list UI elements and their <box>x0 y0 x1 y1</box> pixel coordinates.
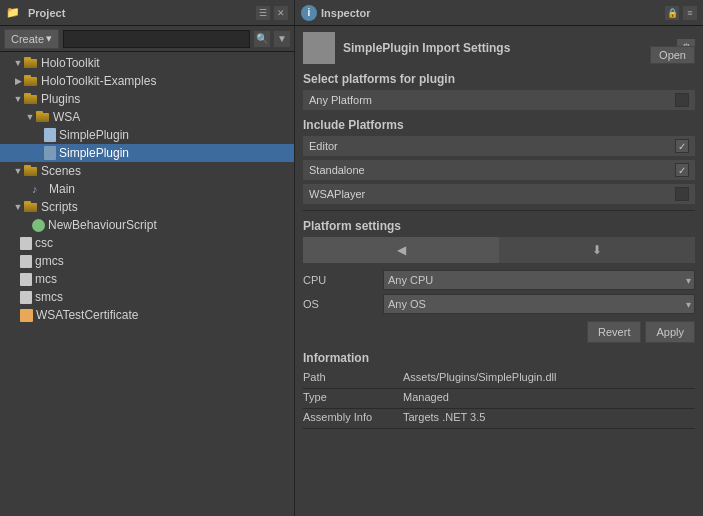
inspector-content: SimplePlugin Import Settings ⚙ Open Sele… <box>295 26 703 516</box>
section-label-platform-settings: Platform settings <box>303 219 695 233</box>
section-information: Information Path Assets/Plugins/SimplePl… <box>303 351 695 429</box>
os-select[interactable]: Any OS Linux OSX Windows <box>383 294 695 314</box>
action-buttons: Revert Apply <box>303 321 695 343</box>
tree-item-scenes[interactable]: ▼ Scenes <box>0 162 294 180</box>
setting-row-cpu: CPU Any CPU x86 x64 ARM <box>303 269 695 291</box>
os-select-wrapper: Any OS Linux OSX Windows <box>383 294 695 314</box>
tree-item-holotoolkit[interactable]: ▼ HoloToolkit <box>0 54 294 72</box>
tree-item-label: HoloToolkit-Examples <box>41 74 156 88</box>
tree-item-label: gmcs <box>35 254 64 268</box>
tree-item-wsa[interactable]: ▼ WSA <box>0 108 294 126</box>
platform-checkbox-editor[interactable] <box>675 139 689 153</box>
asset-icon <box>303 32 335 64</box>
platform-checkbox-wsaplayer[interactable] <box>675 187 689 201</box>
panel-menu-btn[interactable]: ☰ <box>256 6 270 20</box>
tree-item-simpleplugin-file[interactable]: SimplePlugin <box>0 126 294 144</box>
platform-row-standalone: Standalone <box>303 160 695 180</box>
platform-tab-download[interactable]: ⬇ <box>499 237 695 263</box>
revert-button[interactable]: Revert <box>587 321 641 343</box>
tree-item-smcs[interactable]: smcs <box>0 288 294 306</box>
tree-item-scripts[interactable]: ▼ Scripts <box>0 198 294 216</box>
os-label: OS <box>303 298 383 310</box>
back-icon: ◀ <box>397 243 406 257</box>
project-toolbar: Create ▾ 🔍 ▼ <box>0 26 294 52</box>
tree-item-label: csc <box>35 236 53 250</box>
inspector-title: Inspector <box>321 7 371 19</box>
inspector-icon: i <box>301 5 317 21</box>
inspector-panel: i Inspector 🔒 ≡ SimplePlugin Import Sett… <box>295 0 703 516</box>
inspector-header: i Inspector 🔒 ≡ <box>295 0 703 26</box>
filter-icon-btn[interactable]: ▼ <box>274 31 290 47</box>
panel-close-btn[interactable]: ✕ <box>274 6 288 20</box>
folder-icon-small: 📁 <box>6 6 20 19</box>
platform-tabs: ◀ ⬇ <box>303 237 695 263</box>
tree-item-label: Scenes <box>41 164 81 178</box>
info-val-type: Managed <box>403 391 695 403</box>
tree-item-label: NewBehaviourScript <box>48 218 157 232</box>
setting-row-os: OS Any OS Linux OSX Windows <box>303 293 695 315</box>
tree-item-label: smcs <box>35 290 63 304</box>
tree-item-label: WSA <box>53 110 80 124</box>
info-key-type: Type <box>303 391 403 403</box>
tree-item-label: SimplePlugin <box>59 146 129 160</box>
platform-label-wsaplayer: WSAPlayer <box>309 188 675 200</box>
create-button[interactable]: Create ▾ <box>4 29 59 49</box>
section-label-include-platforms: Include Platforms <box>303 118 695 132</box>
section-label-information: Information <box>303 351 695 365</box>
tree-item-wsacert[interactable]: WSATestCertificate <box>0 306 294 324</box>
cpu-select[interactable]: Any CPU x86 x64 ARM <box>383 270 695 290</box>
section-select-platforms: Select platforms for plugin Any Platform <box>303 72 695 110</box>
section-include-platforms: Include Platforms Editor Standalone WSAP… <box>303 118 695 204</box>
create-label: Create <box>11 33 44 45</box>
open-button[interactable]: Open <box>650 46 695 64</box>
search-input[interactable] <box>63 30 250 48</box>
tree-item-mcs[interactable]: mcs <box>0 270 294 288</box>
tree-item-main[interactable]: ♪ Main <box>0 180 294 198</box>
inspector-lock-btn[interactable]: 🔒 <box>665 6 679 20</box>
info-key-path: Path <box>303 371 403 383</box>
panel-controls: ☰ ✕ <box>256 6 288 20</box>
any-platform-checkbox[interactable] <box>675 93 689 107</box>
info-val-assembly: Targets .NET 3.5 <box>403 411 695 423</box>
platform-row-wsaplayer: WSAPlayer <box>303 184 695 204</box>
info-key-assembly: Assembly Info <box>303 411 403 423</box>
tree-arrow: ▶ <box>12 76 24 86</box>
info-val-path: Assets/Plugins/SimplePlugin.dll <box>403 371 695 383</box>
tree-item-simpleplugin-selected[interactable]: SimplePlugin <box>0 144 294 162</box>
platform-tab-back[interactable]: ◀ <box>303 237 499 263</box>
section-platform-settings: Platform settings ◀ ⬇ CPU Any CPU <box>303 219 695 315</box>
apply-button[interactable]: Apply <box>645 321 695 343</box>
download-icon: ⬇ <box>592 243 602 257</box>
tree-item-label: mcs <box>35 272 57 286</box>
platform-label-editor: Editor <box>309 140 675 152</box>
inspector-controls: 🔒 ≡ <box>665 6 697 20</box>
section-label-select-platforms: Select platforms for plugin <box>303 72 695 86</box>
cpu-select-wrapper: Any CPU x86 x64 ARM <box>383 270 695 290</box>
project-panel-header: 📁 Project ☰ ✕ <box>0 0 294 26</box>
tree-arrow: ▼ <box>12 202 24 212</box>
asset-header: SimplePlugin Import Settings ⚙ Open <box>303 32 695 64</box>
tree-item-gmcs[interactable]: gmcs <box>0 252 294 270</box>
inspector-menu-btn[interactable]: ≡ <box>683 6 697 20</box>
info-row-path: Path Assets/Plugins/SimplePlugin.dll <box>303 369 695 389</box>
platform-label-standalone: Standalone <box>309 164 675 176</box>
divider-1 <box>303 210 695 211</box>
platform-row-editor: Editor <box>303 136 695 156</box>
tree-item-label: Main <box>49 182 75 196</box>
tree-item-label: WSATestCertificate <box>36 308 138 322</box>
tree-item-csc[interactable]: csc <box>0 234 294 252</box>
tree-item-label: Plugins <box>41 92 80 106</box>
any-platform-row: Any Platform <box>303 90 695 110</box>
create-arrow: ▾ <box>46 32 52 45</box>
platform-checkbox-standalone[interactable] <box>675 163 689 177</box>
project-panel-title: Project <box>28 7 65 19</box>
tree-arrow: ▼ <box>12 94 24 104</box>
info-row-assembly: Assembly Info Targets .NET 3.5 <box>303 409 695 429</box>
tree-arrow: ▼ <box>12 58 24 68</box>
tree-arrow: ▼ <box>12 166 24 176</box>
tree-item-newbehaviour[interactable]: NewBehaviourScript <box>0 216 294 234</box>
asset-title: SimplePlugin Import Settings <box>343 41 673 55</box>
search-icon-btn[interactable]: 🔍 <box>254 31 270 47</box>
tree-item-holotoolkit-examples[interactable]: ▶ HoloToolkit-Examples <box>0 72 294 90</box>
tree-item-plugins[interactable]: ▼ Plugins <box>0 90 294 108</box>
